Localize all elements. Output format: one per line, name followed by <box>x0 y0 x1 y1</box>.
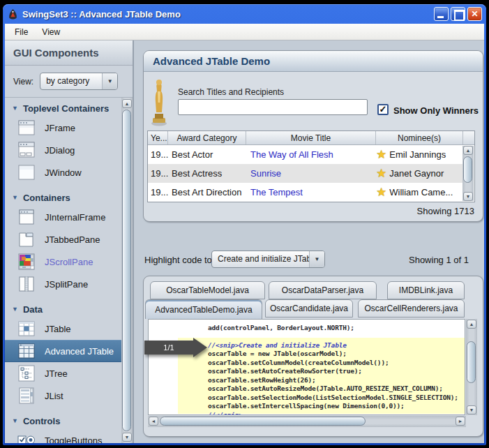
chevron-down-icon: ▼ <box>309 251 324 267</box>
sidebar-item-jtree[interactable]: JTree <box>5 362 121 384</box>
jscrollpane-icon <box>17 253 36 271</box>
search-label: Search Titles and Recipients <box>178 87 284 97</box>
code-vscroll-thumb[interactable] <box>467 341 476 383</box>
code-line: oscarTable.setIntercellSpacing(new Dimen… <box>208 402 405 410</box>
scroll-down-icon[interactable]: ▼ <box>467 405 476 415</box>
tab-oscardataparser[interactable]: OscarDataParser.java <box>269 281 377 299</box>
column-header-nominee[interactable]: Nominee(s) <box>376 131 463 144</box>
maximize-button[interactable] <box>451 7 465 21</box>
close-icon: ✕ <box>468 8 481 20</box>
sidebar-item-jtabbedpane[interactable]: JTabbedPane <box>5 228 121 251</box>
sidebar-item-jinternalframe[interactable]: JInternalFrame <box>5 206 121 228</box>
item-label: JTree <box>45 368 68 379</box>
menu-file[interactable]: File <box>8 24 35 40</box>
column-header-title[interactable]: Movie Title <box>246 131 376 144</box>
sidebar-item-jtable[interactable]: JTable <box>5 318 121 340</box>
sidebar-item-jscrollpane[interactable]: JScrollPane <box>5 251 121 273</box>
menu-view[interactable]: View <box>35 24 67 40</box>
table-row[interactable]: 19... Best Actor The Way of All Flesh ★ … <box>148 145 463 164</box>
table-scrollbar[interactable]: ▲ ▼ <box>462 146 474 201</box>
scroll-down-icon[interactable]: ▼ <box>122 433 132 442</box>
tab-imdblink[interactable]: IMDBLink.java <box>387 281 465 299</box>
sidebar-scrollbar[interactable]: ▲ ▼ <box>121 98 133 443</box>
table-scrollbar-thumb[interactable] <box>463 156 472 183</box>
collapse-arrow-icon: ▼ <box>12 194 18 201</box>
item-label: JTabbedPane <box>45 234 100 245</box>
code-line: //<snip>Create and initialize JTable <box>208 341 347 349</box>
scroll-left-icon[interactable]: ◄ <box>149 417 158 426</box>
jtree-icon <box>17 364 36 382</box>
code-line: oscarTable = new JTable(oscarModel); <box>208 350 347 357</box>
sidebar-item-togglebuttons[interactable]: ToggleButtons <box>5 429 121 443</box>
cell-movie-link[interactable]: Sunrise <box>246 168 376 179</box>
scroll-up-icon[interactable]: ▲ <box>463 146 473 155</box>
tree-section-data[interactable]: ▼ Data <box>5 301 121 318</box>
highlight-code-label: Highlight code to: <box>144 255 214 265</box>
show-only-winners-checkbox[interactable]: ✓ <box>377 104 389 115</box>
tree-section-containers[interactable]: ▼ Containers <box>5 189 121 206</box>
jtabbedpane-icon <box>17 230 36 248</box>
cell-year: 19... <box>148 187 168 197</box>
code-horizontal-scrollbar[interactable]: ◄ ► <box>148 416 466 427</box>
cell-category: Best Art Direction <box>168 187 246 197</box>
sidebar-item-jframe[interactable]: JFrame <box>5 117 121 139</box>
code-line: //</snip> <box>208 411 243 415</box>
tab-oscarcellrenderers[interactable]: OscarCellRenderers.java <box>358 299 465 318</box>
highlight-code-value: Create and initialize JTable <box>212 251 309 267</box>
app-duke-icon <box>7 8 19 20</box>
tab-oscarcandidate[interactable]: OscarCandidate.java <box>265 299 353 318</box>
jdialog-icon <box>17 141 36 159</box>
code-viewer[interactable]: add(controlPanel, BorderLayout.NORTH); /… <box>148 319 465 415</box>
tab-oscartablemodel[interactable]: OscarTableModel.java <box>150 281 265 299</box>
table-row[interactable]: 19... Best Actress Sunrise ★ Janet Gayno… <box>148 164 463 183</box>
sidebar-scrollbar-thumb[interactable] <box>122 110 131 431</box>
winner-star-icon: ★ <box>376 149 386 160</box>
togglebuttons-icon <box>17 431 36 443</box>
code-line: oscarTable.setAutoResizeMode(JTable.AUTO… <box>208 384 443 392</box>
code-hscroll-thumb[interactable] <box>160 417 366 426</box>
section-label: Data <box>23 304 43 315</box>
highlight-code-select[interactable]: Create and initialize JTable ▼ <box>211 251 325 268</box>
scroll-up-icon[interactable]: ▲ <box>467 320 476 329</box>
minimize-button[interactable] <box>434 7 449 21</box>
snippet-status: Showing 1 of 1 <box>409 255 469 265</box>
sidebar-item-jdialog[interactable]: JDialog <box>5 139 121 161</box>
sidebar-item-jsplitpane[interactable]: JSplitPane <box>5 273 121 295</box>
code-line: oscarTable.setColumnModel(createColumnMo… <box>208 359 389 366</box>
snippet-marker-arrow-icon <box>193 338 207 357</box>
sidebar-item-jlist[interactable]: JList <box>5 384 121 407</box>
tree-section-toplevel[interactable]: ▼ Toplevel Containers <box>5 100 121 117</box>
tree-section-controls[interactable]: ▼ Controls <box>5 412 121 429</box>
scroll-down-icon[interactable]: ▼ <box>463 192 473 201</box>
view-row: View: by category ▼ <box>5 66 133 98</box>
sidebar-item-jwindow[interactable]: JWindow <box>5 161 121 184</box>
scroll-up-icon[interactable]: ▲ <box>122 99 132 108</box>
code-vertical-scrollbar[interactable]: ▲ ▼ <box>466 319 477 415</box>
cell-nominee: Emil Jannings <box>389 149 446 160</box>
view-label: View: <box>13 77 33 87</box>
main-area: Advanced JTable Demo Search Titles and R… <box>135 40 484 443</box>
close-button[interactable]: ✕ <box>467 7 482 21</box>
view-select[interactable]: by category ▼ <box>40 73 118 90</box>
collapse-arrow-icon: ▼ <box>12 306 18 313</box>
cell-movie-link[interactable]: The Way of All Flesh <box>246 149 376 160</box>
table-row[interactable]: 19... Best Art Direction The Tempest ★ W… <box>148 183 463 202</box>
code-line: add(controlPanel, BorderLayout.NORTH); <box>208 324 354 331</box>
cell-movie-link[interactable]: The Tempest <box>246 187 376 197</box>
column-header-year[interactable]: Ye... <box>148 131 168 144</box>
cell-nominee: Janet Gaynor <box>389 168 444 179</box>
tab-advancedtabledemo[interactable]: AdvancedTableDemo.java <box>145 299 262 319</box>
item-label: JWindow <box>45 167 82 178</box>
item-label: JList <box>45 391 63 401</box>
jframe-icon <box>17 119 36 137</box>
chevron-down-icon: ▼ <box>102 73 117 89</box>
scroll-right-icon[interactable]: ► <box>456 417 465 426</box>
item-label: JInternalFrame <box>45 212 105 223</box>
sidebar-item-advanced-jtable[interactable]: Advanced JTable <box>5 340 121 362</box>
view-select-value: by category <box>40 73 102 89</box>
search-input[interactable] <box>178 99 368 115</box>
jwindow-icon <box>17 163 36 181</box>
sidebar-title: GUI Components <box>5 40 133 66</box>
column-header-category[interactable]: Award Category <box>168 131 246 144</box>
item-label: JScrollPane <box>45 257 93 267</box>
